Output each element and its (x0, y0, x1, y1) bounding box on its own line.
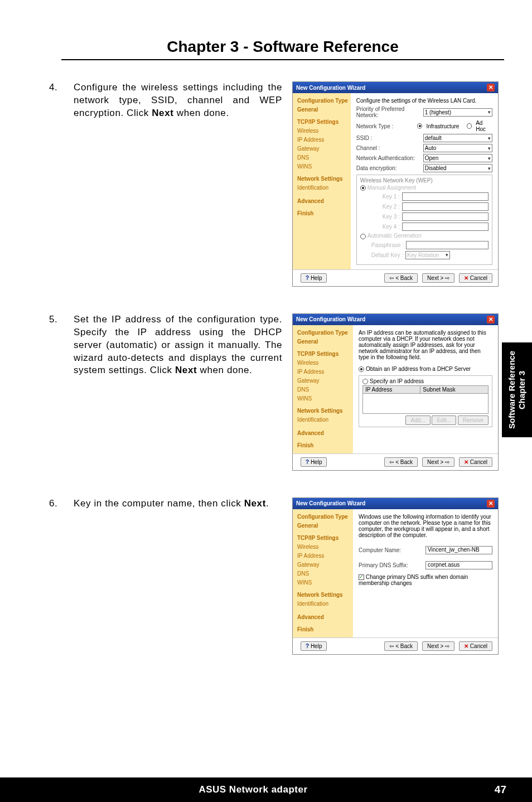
val-priority: 1 (highest) (425, 109, 451, 115)
close-icon-2[interactable]: ✕ (487, 316, 495, 323)
wizard-nav-2: Configuration Type General TCP/IP Settin… (293, 325, 353, 453)
nav2-f[interactable]: Finish (297, 441, 351, 450)
nav2-c[interactable]: TCP/IP Settings (297, 350, 351, 359)
w1-intro: Configure the settings of the Wireless L… (356, 98, 492, 104)
footer-bar: ASUS Network adapter 47 (0, 777, 532, 802)
inp-k4[interactable] (402, 223, 489, 231)
inp-k3[interactable] (402, 212, 489, 221)
nav2-b[interactable]: General (297, 337, 351, 346)
btn-next-2[interactable]: Next > ⇨ (422, 457, 454, 467)
footer-page: 47 (495, 784, 506, 796)
nav-finish[interactable]: Finish (297, 209, 349, 218)
nav2-c4[interactable]: DNS (297, 385, 351, 394)
sel-ssid[interactable]: default (423, 134, 492, 142)
nav2-c2[interactable]: IP Address (297, 368, 351, 376)
chk-dns-change[interactable] (359, 574, 364, 580)
chapter-heading: Chapter 3 - Software Reference (61, 38, 504, 56)
btn-next-3[interactable]: Next > ⇨ (422, 641, 454, 651)
nav-ipaddress[interactable]: IP Address (297, 136, 349, 144)
btn-next[interactable]: Next > ⇨ (422, 273, 454, 283)
nav-general[interactable]: General (297, 105, 349, 114)
sel-auth[interactable]: Open (423, 154, 492, 162)
nav-netset[interactable]: Network Settings (297, 175, 349, 183)
btn-back[interactable]: ⇦ < Back (384, 273, 418, 283)
btn-help-3[interactable]: ? Help (301, 641, 327, 651)
side-line-a: Chapter 3 (517, 370, 526, 409)
step4-next: Next (152, 108, 173, 118)
nav3-c2[interactable]: IP Address (297, 552, 351, 561)
nav2-d1[interactable]: Identification (297, 416, 351, 424)
nav3-d1[interactable]: Identification (297, 600, 351, 608)
inp-k2[interactable] (402, 202, 489, 211)
step6-text: 6.Key in the computer name, then click N… (61, 497, 282, 510)
radio-adhoc[interactable] (467, 123, 472, 129)
step4-num: 4. (61, 81, 74, 94)
btn-help-label-2: Help (311, 459, 322, 465)
step6-body: Key in the computer name, then click (74, 498, 244, 509)
nav3-c5[interactable]: WINS (297, 578, 351, 587)
wizard-nav: Configuration Type General TCP/IP Settin… (293, 93, 351, 269)
nav-ident[interactable]: Identification (297, 183, 349, 192)
heading-rule (61, 59, 504, 60)
nav2-c5[interactable]: WINS (297, 394, 351, 403)
wizard-step4: New Configuration Wizard✕ Configuration … (292, 81, 499, 287)
val-rot: Key Rotation (407, 252, 439, 258)
inp-cname[interactable]: Vincent_jw_chen-NB (425, 546, 492, 554)
nav3-b[interactable]: General (297, 521, 351, 530)
btn-edit[interactable]: Edit... (432, 416, 456, 425)
btn-back-3[interactable]: ⇦ < Back (384, 641, 418, 651)
step6-tail: . (266, 498, 269, 509)
btn-help-label: Help (311, 275, 322, 281)
sel-priority[interactable]: 1 (highest) (423, 108, 492, 117)
val-channel: Auto (425, 145, 437, 151)
nav2-a[interactable]: Configuration Type (297, 328, 351, 337)
nav3-c4[interactable]: DNS (297, 569, 351, 578)
th-mask: Subnet Mask (420, 386, 489, 394)
btn-back-2[interactable]: ⇦ < Back (384, 457, 418, 467)
val-ssid: default (425, 135, 442, 141)
nav-tcpip[interactable]: TCP/IP Settings (297, 118, 349, 127)
nav2-c3[interactable]: Gateway (297, 376, 351, 385)
btn-remove[interactable]: Remove (458, 416, 489, 425)
inp-k1[interactable] (402, 192, 489, 201)
inp-dns[interactable]: corpnet.asus (425, 561, 492, 569)
nav3-c3[interactable]: Gateway (297, 561, 351, 569)
nav2-d[interactable]: Network Settings (297, 407, 351, 416)
btn-help-2[interactable]: ? Help (301, 457, 327, 467)
nav3-c1[interactable]: Wireless (297, 543, 351, 552)
nav3-c[interactable]: TCP/IP Settings (297, 534, 351, 543)
btn-cancel-2[interactable]: ✕ Cancel (459, 457, 492, 467)
step5-tail: when done. (197, 365, 252, 375)
sel-enc[interactable]: Disabled (423, 164, 492, 172)
step5-num: 5. (61, 313, 74, 326)
wizard-titlebar-2: New Configuration Wizard✕ (293, 314, 498, 325)
nav-dns[interactable]: DNS (297, 153, 349, 162)
nav-wireless[interactable]: Wireless (297, 127, 349, 136)
radio-manual[interactable] (360, 185, 366, 191)
nav-gateway[interactable]: Gateway (297, 144, 349, 153)
side-tab: Software ReferenceChapter 3 (502, 342, 532, 437)
nav3-e[interactable]: Advanced (297, 613, 351, 622)
btn-help[interactable]: ? Help (301, 273, 327, 283)
radio-infra[interactable] (417, 123, 422, 129)
radio-obtain[interactable] (359, 366, 364, 372)
nav3-f[interactable]: Finish (297, 625, 351, 634)
radio-specify[interactable] (362, 379, 368, 384)
sel-rot[interactable]: Key Rotation (405, 251, 450, 259)
nav3-a[interactable]: Configuration Type (297, 513, 351, 521)
btn-cancel[interactable]: ✕ Cancel (459, 273, 492, 283)
radio-auto[interactable] (360, 234, 366, 239)
nav-config-type[interactable]: Configuration Type (297, 96, 349, 105)
close-icon[interactable]: ✕ (487, 84, 495, 91)
sel-channel[interactable]: Auto (423, 144, 492, 152)
nav-wins[interactable]: WINS (297, 162, 349, 171)
inp-pass[interactable] (406, 241, 489, 249)
nav2-e[interactable]: Advanced (297, 429, 351, 438)
nav3-d[interactable]: Network Settings (297, 591, 351, 600)
nav2-c1[interactable]: Wireless (297, 359, 351, 368)
close-icon-3[interactable]: ✕ (487, 500, 495, 508)
btn-next-label-2: Next > (427, 459, 443, 465)
btn-cancel-3[interactable]: ✕ Cancel (459, 641, 492, 651)
nav-advanced[interactable]: Advanced (297, 197, 349, 206)
btn-add[interactable]: Add... (405, 416, 430, 425)
